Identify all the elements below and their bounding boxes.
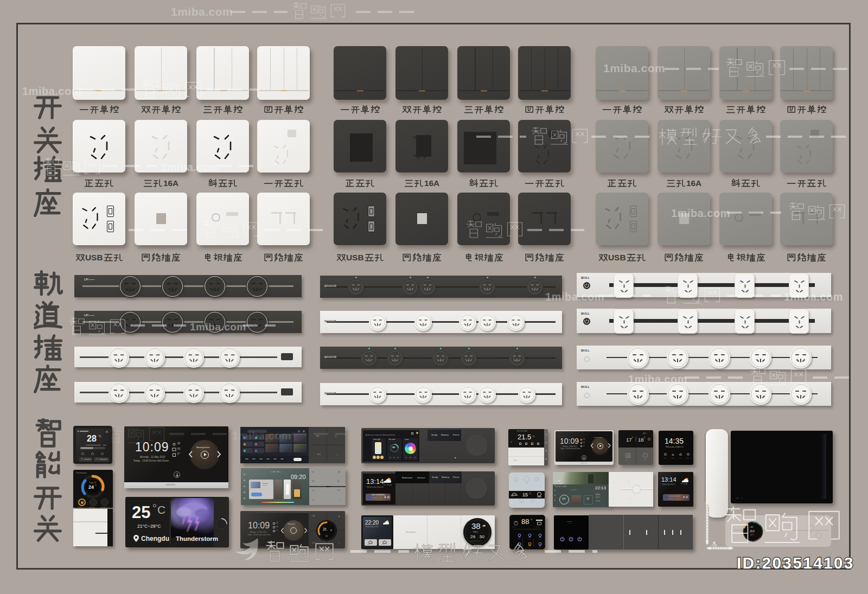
svg-text:ID:203514103: ID:203514103 (737, 554, 854, 572)
